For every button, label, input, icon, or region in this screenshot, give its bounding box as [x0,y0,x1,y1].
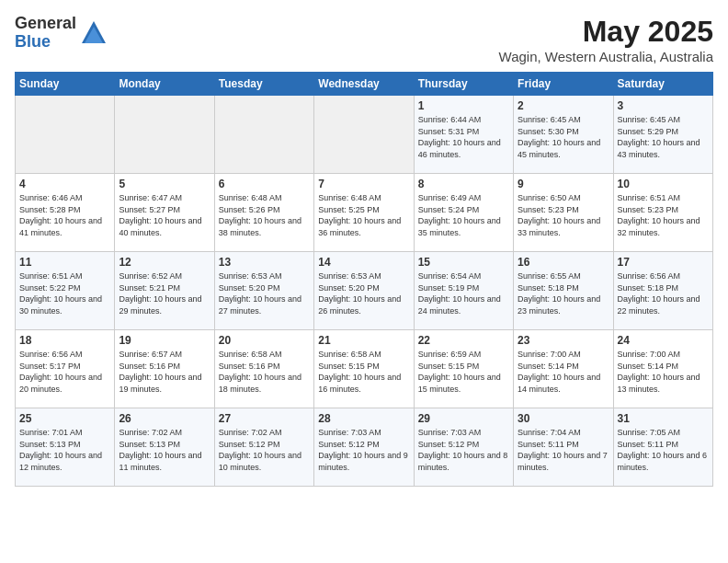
day-number: 8 [418,178,509,190]
calendar-cell: 22Sunrise: 6:59 AMSunset: 5:15 PMDayligh… [414,330,513,408]
day-number: 12 [119,256,210,269]
day-number: 5 [119,178,210,190]
cell-info: Sunrise: 7:03 AMSunset: 5:12 PMDaylight:… [318,427,409,473]
calendar-cell: 8Sunrise: 6:49 AMSunset: 5:24 PMDaylight… [414,174,513,252]
cell-info: Sunrise: 6:44 AMSunset: 5:31 PMDaylight:… [418,114,509,160]
calendar-cell: 28Sunrise: 7:03 AMSunset: 5:12 PMDayligh… [314,408,414,487]
calendar-cell: 20Sunrise: 6:58 AMSunset: 5:16 PMDayligh… [214,330,313,408]
calendar-cell: 3Sunrise: 6:45 AMSunset: 5:29 PMDaylight… [613,96,712,174]
calendar-cell [314,96,414,174]
calendar-table: SundayMondayTuesdayWednesdayThursdayFrid… [15,72,713,487]
day-number: 9 [518,178,609,190]
cell-info: Sunrise: 6:49 AMSunset: 5:24 PMDaylight:… [418,192,509,238]
weekday-header-row: SundayMondayTuesdayWednesdayThursdayFrid… [16,73,713,96]
day-number: 21 [318,334,409,347]
cell-info: Sunrise: 6:45 AMSunset: 5:29 PMDaylight:… [618,114,709,160]
calendar-cell: 10Sunrise: 6:51 AMSunset: 5:23 PMDayligh… [613,174,712,252]
calendar-cell: 19Sunrise: 6:57 AMSunset: 5:16 PMDayligh… [115,330,214,408]
calendar-cell: 2Sunrise: 6:45 AMSunset: 5:30 PMDaylight… [514,96,613,174]
day-number: 31 [618,412,709,425]
day-number: 2 [518,99,609,112]
calendar-cell: 25Sunrise: 7:01 AMSunset: 5:13 PMDayligh… [16,408,115,487]
calendar-cell [16,96,115,174]
calendar-week-row: 4Sunrise: 6:46 AMSunset: 5:28 PMDaylight… [16,174,713,252]
calendar-cell: 31Sunrise: 7:05 AMSunset: 5:11 PMDayligh… [613,408,712,487]
day-number: 3 [618,99,709,112]
day-number: 19 [119,334,210,347]
cell-info: Sunrise: 7:03 AMSunset: 5:12 PMDaylight:… [418,427,509,473]
page-header: General Blue May 2025 Wagin, Western Aus… [15,15,713,64]
cell-info: Sunrise: 7:00 AMSunset: 5:14 PMDaylight:… [618,349,709,395]
day-number: 7 [318,178,409,190]
cell-info: Sunrise: 7:02 AMSunset: 5:13 PMDaylight:… [119,427,210,473]
cell-info: Sunrise: 6:48 AMSunset: 5:25 PMDaylight:… [318,192,409,238]
day-number: 4 [19,178,110,190]
day-number: 11 [19,256,110,269]
cell-info: Sunrise: 6:52 AMSunset: 5:21 PMDaylight:… [119,270,210,316]
day-number: 28 [318,412,409,425]
day-number: 16 [518,256,609,269]
cell-info: Sunrise: 6:53 AMSunset: 5:20 PMDaylight:… [219,270,310,316]
cell-info: Sunrise: 6:54 AMSunset: 5:19 PMDaylight:… [418,270,509,316]
calendar-cell: 27Sunrise: 7:02 AMSunset: 5:12 PMDayligh… [214,408,313,487]
calendar-cell: 23Sunrise: 7:00 AMSunset: 5:14 PMDayligh… [514,330,613,408]
calendar-cell: 1Sunrise: 6:44 AMSunset: 5:31 PMDaylight… [414,96,513,174]
calendar-cell [115,96,214,174]
calendar-cell: 7Sunrise: 6:48 AMSunset: 5:25 PMDaylight… [314,174,414,252]
calendar-cell: 26Sunrise: 7:02 AMSunset: 5:13 PMDayligh… [115,408,214,487]
cell-info: Sunrise: 7:04 AMSunset: 5:11 PMDaylight:… [518,427,609,473]
calendar-cell: 18Sunrise: 6:56 AMSunset: 5:17 PMDayligh… [16,330,115,408]
logo-icon [80,19,108,47]
day-number: 23 [518,334,609,347]
logo-blue: Blue [15,33,76,52]
location-title: Wagin, Western Australia, Australia [499,49,713,64]
cell-info: Sunrise: 6:56 AMSunset: 5:17 PMDaylight:… [19,349,110,395]
weekday-header: Wednesday [314,73,414,96]
calendar-cell: 12Sunrise: 6:52 AMSunset: 5:21 PMDayligh… [115,252,214,330]
cell-info: Sunrise: 6:58 AMSunset: 5:16 PMDaylight:… [219,349,310,395]
weekday-header: Tuesday [214,73,313,96]
day-number: 25 [19,412,110,425]
cell-info: Sunrise: 6:50 AMSunset: 5:23 PMDaylight:… [518,192,609,238]
calendar-cell: 15Sunrise: 6:54 AMSunset: 5:19 PMDayligh… [414,252,513,330]
day-number: 27 [219,412,310,425]
calendar-cell: 9Sunrise: 6:50 AMSunset: 5:23 PMDaylight… [514,174,613,252]
calendar-cell: 13Sunrise: 6:53 AMSunset: 5:20 PMDayligh… [214,252,313,330]
weekday-header: Saturday [613,73,712,96]
calendar-cell: 14Sunrise: 6:53 AMSunset: 5:20 PMDayligh… [314,252,414,330]
calendar-week-row: 1Sunrise: 6:44 AMSunset: 5:31 PMDaylight… [16,96,713,174]
calendar-cell: 4Sunrise: 6:46 AMSunset: 5:28 PMDaylight… [16,174,115,252]
cell-info: Sunrise: 6:53 AMSunset: 5:20 PMDaylight:… [318,270,409,316]
day-number: 26 [119,412,210,425]
day-number: 24 [618,334,709,347]
day-number: 20 [219,334,310,347]
cell-info: Sunrise: 6:48 AMSunset: 5:26 PMDaylight:… [219,192,310,238]
calendar-cell: 17Sunrise: 6:56 AMSunset: 5:18 PMDayligh… [613,252,712,330]
weekday-header: Thursday [414,73,513,96]
cell-info: Sunrise: 6:51 AMSunset: 5:23 PMDaylight:… [618,192,709,238]
cell-info: Sunrise: 7:02 AMSunset: 5:12 PMDaylight:… [219,427,310,473]
logo: General Blue [15,15,108,52]
calendar-week-row: 25Sunrise: 7:01 AMSunset: 5:13 PMDayligh… [16,408,713,487]
calendar-cell: 24Sunrise: 7:00 AMSunset: 5:14 PMDayligh… [613,330,712,408]
calendar-cell: 6Sunrise: 6:48 AMSunset: 5:26 PMDaylight… [214,174,313,252]
day-number: 1 [418,99,509,112]
cell-info: Sunrise: 6:47 AMSunset: 5:27 PMDaylight:… [119,192,210,238]
weekday-header: Sunday [16,73,115,96]
cell-info: Sunrise: 7:05 AMSunset: 5:11 PMDaylight:… [618,427,709,473]
calendar-cell: 29Sunrise: 7:03 AMSunset: 5:12 PMDayligh… [414,408,513,487]
calendar-week-row: 11Sunrise: 6:51 AMSunset: 5:22 PMDayligh… [16,252,713,330]
day-number: 6 [219,178,310,190]
calendar-cell: 11Sunrise: 6:51 AMSunset: 5:22 PMDayligh… [16,252,115,330]
cell-info: Sunrise: 6:56 AMSunset: 5:18 PMDaylight:… [618,270,709,316]
cell-info: Sunrise: 6:46 AMSunset: 5:28 PMDaylight:… [19,192,110,238]
calendar-cell: 30Sunrise: 7:04 AMSunset: 5:11 PMDayligh… [514,408,613,487]
day-number: 10 [618,178,709,190]
day-number: 13 [219,256,310,269]
cell-info: Sunrise: 6:59 AMSunset: 5:15 PMDaylight:… [418,349,509,395]
weekday-header: Friday [514,73,613,96]
cell-info: Sunrise: 6:45 AMSunset: 5:30 PMDaylight:… [518,114,609,160]
weekday-header: Monday [115,73,214,96]
title-block: May 2025 Wagin, Western Australia, Austr… [499,15,713,64]
day-number: 18 [19,334,110,347]
